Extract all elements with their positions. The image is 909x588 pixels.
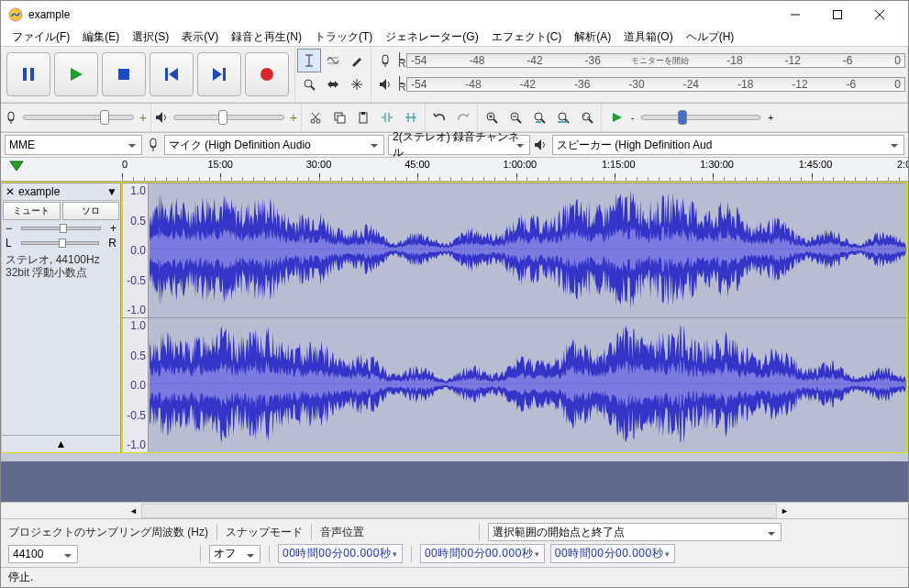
menu-transport[interactable]: 録音と再生(N) <box>226 28 307 47</box>
track-control-panel: ✕ example ▼ ミュート ソロ −+ LR ステレオ, 44100Hz … <box>2 183 121 452</box>
menubar: ファイル(F) 編集(E) 選択(S) 表示(V) 録音と再生(N) トラック(… <box>1 28 908 47</box>
play-at-speed-toolbar: - + <box>602 104 908 132</box>
rec-channels-combo[interactable]: 2(ステレオ) 録音チャンネル <box>388 135 530 155</box>
rec-volume-slider[interactable] <box>23 115 134 120</box>
skip-end-button[interactable] <box>197 52 241 96</box>
zoom-toolbar <box>478 104 602 132</box>
skip-start-button[interactable] <box>150 52 194 96</box>
copy-button[interactable] <box>327 105 351 129</box>
track-gain-slider[interactable] <box>21 227 101 230</box>
mute-button[interactable]: ミュート <box>3 202 61 220</box>
speaker-icon <box>155 111 168 124</box>
menu-select[interactable]: 選択(S) <box>127 28 174 47</box>
device-toolbar: MME マイク (High Definition Audio 2(ステレオ) 録… <box>1 133 908 158</box>
silence-button[interactable] <box>399 105 423 129</box>
snap-combo[interactable]: オフ <box>209 545 261 563</box>
rec-device-combo[interactable]: マイク (High Definition Audio <box>164 135 384 155</box>
trim-button[interactable] <box>375 105 399 129</box>
fit-selection-button[interactable] <box>527 105 551 129</box>
play-volume-slider[interactable] <box>173 115 284 120</box>
audio-position-box[interactable]: 00時間00分00.000秒▾ <box>278 544 403 563</box>
selection-end-box[interactable]: 00時間00分00.000秒▾ <box>550 544 675 563</box>
record-button[interactable] <box>245 52 289 96</box>
track-format-info: ステレオ, 44100Hz 32bit 浮動小数点 <box>2 250 120 283</box>
redo-button[interactable] <box>451 105 475 129</box>
play-button[interactable] <box>54 52 98 96</box>
svg-marker-10 <box>169 68 178 81</box>
rec-lr-label: LR <box>397 53 406 68</box>
playback-meter[interactable]: -54-48-42-36-30-24-18-12-60 <box>406 77 905 92</box>
waveform-left[interactable]: 1.00.50.0-0.5-1.0 <box>122 183 906 317</box>
zoom-out-button[interactable] <box>504 105 527 129</box>
selection-start-box[interactable]: 00時間00分00.000秒▾ <box>420 544 545 563</box>
selection-mode-combo[interactable]: 選択範囲の開始点と終了点 <box>488 523 782 541</box>
playhead-icon[interactable] <box>8 160 25 172</box>
undo-toolbar <box>426 104 478 132</box>
maximize-button[interactable] <box>816 1 859 28</box>
menu-file[interactable]: ファイル(F) <box>6 28 75 47</box>
solo-button[interactable]: ソロ <box>62 202 120 220</box>
project-rate-label: プロジェクトのサンプリング周波数 (Hz) <box>8 525 208 540</box>
svg-line-33 <box>589 119 593 123</box>
menu-effect[interactable]: エフェクト(C) <box>486 28 568 47</box>
track-close-button[interactable]: ✕ <box>4 185 17 198</box>
multi-tool[interactable] <box>345 72 369 96</box>
waveform-right[interactable]: 1.00.50.0-0.5-1.0 <box>122 317 906 452</box>
timeline-ruler[interactable]: 015:0030:0045:001:00:001:15:001:30:001:4… <box>1 158 908 182</box>
tracks-empty-area[interactable] <box>1 461 908 502</box>
pause-button[interactable] <box>6 52 50 96</box>
paste-button[interactable] <box>351 105 375 129</box>
toolbars: LR -54-48-42-36-18-12-60 モニターを開始 LR -54-… <box>1 47 908 104</box>
svg-line-25 <box>517 119 521 123</box>
edit-toolbar <box>302 104 426 132</box>
menu-help[interactable]: ヘルプ(H) <box>681 28 740 47</box>
svg-point-14 <box>305 80 312 87</box>
menu-edit[interactable]: 編集(E) <box>77 28 125 47</box>
envelope-tool[interactable] <box>321 49 345 72</box>
cut-button[interactable] <box>304 105 327 129</box>
menu-tracks[interactable]: トラック(T) <box>309 28 378 47</box>
rec-meter-icon[interactable] <box>373 49 397 72</box>
stop-button[interactable] <box>102 52 146 96</box>
svg-point-17 <box>316 119 320 123</box>
statusbar: 停止. <box>1 567 908 587</box>
svg-marker-35 <box>10 161 23 171</box>
play-meter-icon[interactable] <box>373 72 397 96</box>
track-collapse-button[interactable]: ▲ <box>2 435 120 452</box>
playback-speed-slider[interactable] <box>641 115 760 120</box>
svg-rect-8 <box>118 69 129 80</box>
track-name[interactable]: example <box>17 185 105 198</box>
zoom-tool[interactable] <box>297 72 321 96</box>
timeshift-tool[interactable] <box>321 72 345 96</box>
menu-tools[interactable]: 道具箱(O) <box>618 28 678 47</box>
window-title: example <box>28 8 774 21</box>
play-device-combo[interactable]: スピーカー (High Definition Aud <box>552 135 904 155</box>
transport-toolbar <box>1 47 295 103</box>
audio-position-label: 音声位置 <box>320 525 364 540</box>
zoom-toggle-button[interactable] <box>575 105 599 129</box>
menu-analyze[interactable]: 解析(A) <box>569 28 616 47</box>
menu-view[interactable]: 表示(V) <box>176 28 224 47</box>
close-button[interactable] <box>859 1 901 28</box>
minimize-button[interactable] <box>774 1 816 28</box>
undo-button[interactable] <box>427 105 451 129</box>
svg-rect-2 <box>834 11 842 19</box>
rec-volume-slider-group: + <box>1 104 151 132</box>
track-waveform[interactable]: 1.00.50.0-0.5-1.0 1.00.50.0-0.5-1.0 <box>121 183 907 452</box>
play-at-speed-button[interactable] <box>605 105 629 129</box>
mic-icon <box>146 138 161 152</box>
zoom-in-button[interactable] <box>480 105 504 129</box>
selection-toolbar: プロジェクトのサンプリング周波数 (Hz) スナップモード 音声位置 選択範囲の… <box>1 518 908 567</box>
track-menu-button[interactable]: ▼ <box>105 185 118 198</box>
recording-meter[interactable]: -54-48-42-36-18-12-60 モニターを開始 <box>406 53 905 68</box>
horizontal-scrollbar[interactable]: ◄ ► <box>1 502 908 518</box>
selection-tool[interactable] <box>297 49 321 72</box>
draw-tool[interactable] <box>345 49 369 72</box>
menu-generate[interactable]: ジェネレーター(G) <box>380 28 483 47</box>
fit-project-button[interactable] <box>551 105 575 129</box>
track-pan-slider[interactable] <box>21 241 100 245</box>
app-logo <box>8 7 23 22</box>
project-rate-combo[interactable]: 44100 <box>8 545 78 563</box>
svg-rect-5 <box>23 68 27 81</box>
audio-host-combo[interactable]: MME <box>5 135 142 155</box>
